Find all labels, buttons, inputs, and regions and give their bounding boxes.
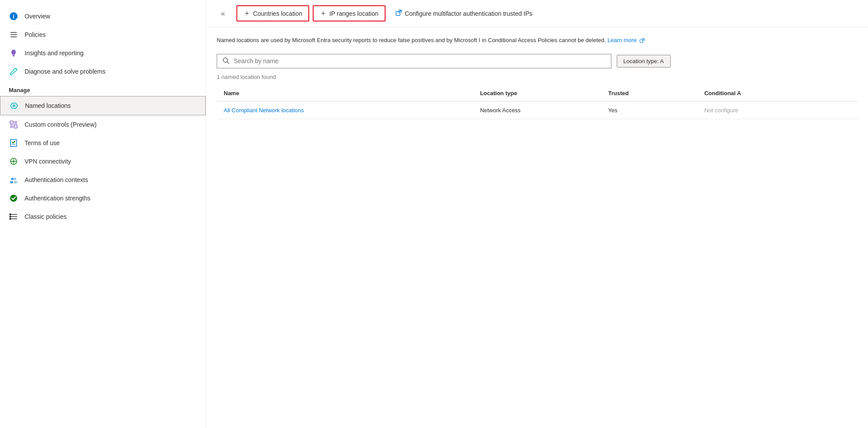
svg-point-28 bbox=[10, 195, 17, 202]
sidebar-item-auth-strengths-label: Authentication strengths bbox=[25, 195, 90, 202]
sidebar-item-auth-contexts-label: Authentication contexts bbox=[25, 176, 88, 183]
svg-rect-16 bbox=[14, 121, 17, 124]
learn-more-link[interactable]: Learn more bbox=[607, 37, 645, 43]
table-row: All Compliant Network locations Network … bbox=[217, 101, 857, 119]
toolbar: « ＋ Countries location ＋ IP ranges locat… bbox=[206, 0, 868, 27]
table-body: All Compliant Network locations Network … bbox=[217, 101, 857, 119]
sidebar-item-custom-controls[interactable]: Custom controls (Preview) bbox=[0, 115, 206, 134]
external-link-icon bbox=[395, 9, 402, 18]
search-box bbox=[217, 54, 611, 68]
search-icon bbox=[222, 57, 229, 65]
svg-line-40 bbox=[227, 62, 229, 64]
wrench-icon bbox=[9, 67, 18, 76]
sidebar-item-diagnose[interactable]: Diagnose and solve problems bbox=[0, 62, 206, 81]
description-text: Named locations are used by Microsoft En… bbox=[217, 36, 655, 45]
svg-point-31 bbox=[10, 216, 11, 218]
sidebar-item-terms-label: Terms of use bbox=[25, 139, 60, 146]
col-trusted: Trusted bbox=[601, 86, 697, 101]
svg-point-29 bbox=[10, 214, 11, 215]
sidebar-item-overview-label: Overview bbox=[25, 13, 50, 20]
sidebar-item-auth-strengths[interactable]: Authentication strengths bbox=[0, 189, 206, 207]
lightbulb-icon bbox=[9, 48, 18, 58]
svg-point-24 bbox=[11, 178, 14, 180]
classic-policies-icon bbox=[9, 212, 18, 221]
auth-contexts-icon bbox=[9, 175, 18, 185]
sidebar-item-insights[interactable]: Insights and reporting bbox=[0, 44, 206, 62]
sidebar-item-vpn-label: VPN connectivity bbox=[25, 158, 71, 165]
auth-strengths-icon bbox=[9, 193, 18, 203]
terms-icon bbox=[9, 138, 18, 148]
sidebar-item-insights-label: Insights and reporting bbox=[25, 50, 84, 57]
sidebar-item-overview[interactable]: i Overview bbox=[0, 7, 206, 25]
col-conditional-access: Conditional A bbox=[697, 86, 857, 101]
configure-mfa-button[interactable]: Configure multifactor authentication tru… bbox=[389, 7, 539, 20]
row-trusted: Yes bbox=[601, 101, 697, 119]
row-conditional-access: Not configure bbox=[697, 101, 857, 119]
named-locations-icon bbox=[9, 101, 19, 111]
list-icon bbox=[9, 30, 18, 39]
svg-rect-9 bbox=[13, 55, 15, 56]
svg-point-8 bbox=[11, 50, 16, 55]
search-row: Location type: A bbox=[217, 54, 857, 68]
svg-rect-26 bbox=[10, 181, 13, 183]
main-content: « ＋ Countries location ＋ IP ranges locat… bbox=[206, 0, 868, 428]
table-header: Name Location type Trusted Conditional A bbox=[217, 86, 857, 101]
vpn-icon bbox=[9, 157, 18, 166]
sidebar-item-terms[interactable]: Terms of use bbox=[0, 134, 206, 152]
sidebar-item-policies-label: Policies bbox=[25, 31, 46, 38]
col-name: Name bbox=[217, 86, 473, 101]
info-circle-icon: i bbox=[9, 11, 18, 21]
svg-rect-18 bbox=[14, 125, 17, 128]
row-name: All Compliant Network locations bbox=[217, 101, 473, 119]
sidebar-item-classic-policies[interactable]: Classic policies bbox=[0, 207, 206, 226]
all-compliant-network-link[interactable]: All Compliant Network locations bbox=[224, 107, 304, 114]
ip-ranges-label: IP ranges location bbox=[329, 10, 379, 17]
row-location-type: Network Access bbox=[473, 101, 601, 119]
sidebar-item-custom-controls-label: Custom controls (Preview) bbox=[25, 121, 96, 128]
svg-rect-15 bbox=[10, 121, 13, 124]
locations-table: Name Location type Trusted Conditional A… bbox=[217, 86, 857, 119]
sidebar: i Overview Policies Insight bbox=[0, 0, 206, 428]
sidebar-item-named-locations[interactable]: Named locations bbox=[0, 96, 206, 115]
content-area: Named locations are used by Microsoft En… bbox=[206, 27, 868, 128]
svg-point-14 bbox=[13, 105, 15, 107]
col-location-type: Location type bbox=[473, 86, 601, 101]
svg-point-25 bbox=[14, 178, 16, 180]
manage-section-header: Manage bbox=[0, 81, 206, 96]
configure-mfa-label: Configure multifactor authentication tru… bbox=[405, 10, 532, 17]
location-type-filter[interactable]: Location type: A bbox=[617, 55, 671, 68]
search-input[interactable] bbox=[234, 57, 606, 64]
svg-rect-37 bbox=[640, 39, 643, 43]
countries-location-label: Countries location bbox=[253, 10, 302, 17]
plus-icon: ＋ bbox=[243, 9, 250, 18]
svg-rect-27 bbox=[14, 181, 17, 183]
collapse-sidebar-button[interactable]: « bbox=[217, 7, 229, 20]
svg-rect-17 bbox=[10, 125, 13, 128]
sidebar-item-diagnose-label: Diagnose and solve problems bbox=[25, 68, 105, 75]
sidebar-item-vpn[interactable]: VPN connectivity bbox=[0, 152, 206, 171]
sidebar-item-auth-contexts[interactable]: Authentication contexts bbox=[0, 171, 206, 189]
sidebar-item-named-locations-label: Named locations bbox=[25, 102, 71, 109]
sidebar-item-classic-policies-label: Classic policies bbox=[25, 213, 67, 220]
plus-icon-2: ＋ bbox=[320, 9, 327, 18]
svg-rect-10 bbox=[13, 56, 14, 57]
custom-controls-icon bbox=[9, 120, 18, 129]
svg-point-33 bbox=[10, 218, 11, 220]
svg-text:i: i bbox=[13, 13, 14, 20]
result-count: 1 named location found bbox=[217, 74, 857, 80]
countries-location-button[interactable]: ＋ Countries location bbox=[236, 5, 309, 21]
ip-ranges-location-button[interactable]: ＋ IP ranges location bbox=[313, 5, 386, 21]
sidebar-item-policies[interactable]: Policies bbox=[0, 25, 206, 44]
